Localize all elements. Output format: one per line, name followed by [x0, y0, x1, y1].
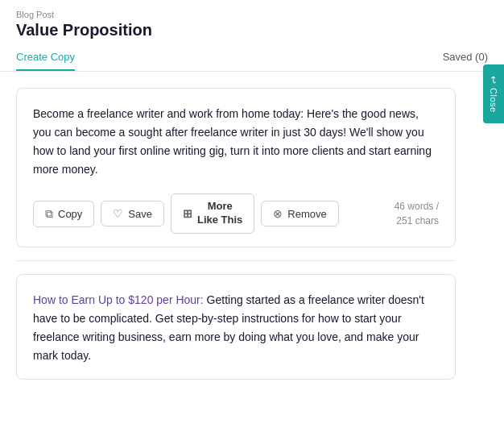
- more-icon: ⊞: [183, 206, 192, 221]
- copy-button[interactable]: ⧉ Copy: [33, 201, 94, 227]
- action-row-1: ⧉ Copy ♡ Save ⊞ MoreLike This ⊗ Remove 4…: [33, 193, 439, 234]
- save-icon: ♡: [113, 207, 123, 220]
- remove-button[interactable]: ⊗ Remove: [261, 201, 338, 226]
- remove-button-label: Remove: [287, 208, 326, 220]
- tab-saved[interactable]: Saved (0): [443, 46, 488, 71]
- copy-icon: ⧉: [45, 207, 53, 221]
- close-button[interactable]: ↩ Close: [483, 64, 504, 123]
- copy-button-label: Copy: [58, 208, 82, 220]
- copy-text-1: Become a freelance writer and work from …: [33, 105, 439, 179]
- remove-icon: ⊗: [273, 207, 283, 220]
- copy-text-2-highlight: How to Earn Up to $120 per Hour:: [33, 293, 204, 306]
- copy-text-2: How to Earn Up to $120 per Hour: Getting…: [33, 291, 439, 365]
- save-button-label: Save: [128, 208, 152, 220]
- tab-create-copy[interactable]: Create Copy: [16, 46, 75, 71]
- header: Blog Post Value Proposition Create Copy …: [0, 0, 504, 72]
- word-count: 46 words / 251 chars: [395, 199, 439, 228]
- main-content: Become a freelance writer and work from …: [0, 72, 475, 396]
- close-button-label: Close: [489, 88, 498, 113]
- save-button[interactable]: ♡ Save: [101, 201, 164, 226]
- more-like-this-label: MoreLike This: [197, 200, 242, 227]
- close-icon: ↩: [488, 76, 499, 85]
- copy-card-2: How to Earn Up to $120 per Hour: Getting…: [16, 274, 456, 379]
- breadcrumb: Blog Post: [16, 10, 488, 19]
- tabs: Create Copy Saved (0): [16, 46, 488, 71]
- copy-card-1: Become a freelance writer and work from …: [16, 88, 456, 247]
- divider: [16, 260, 456, 261]
- page-title: Value Proposition: [16, 21, 488, 39]
- more-like-this-button[interactable]: ⊞ MoreLike This: [171, 193, 254, 234]
